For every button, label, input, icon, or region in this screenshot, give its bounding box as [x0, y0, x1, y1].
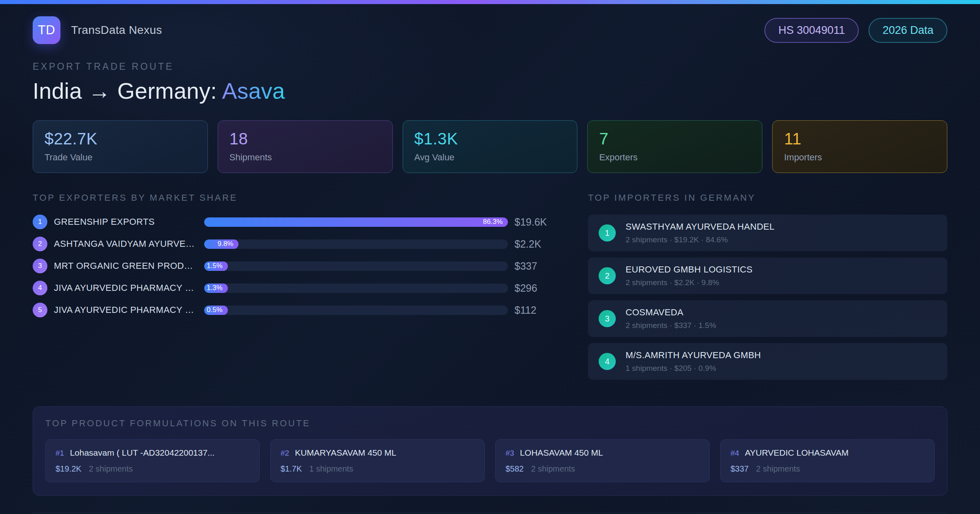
importer-name: SWASTHYAM AYURVEDA HANDEL	[626, 222, 775, 232]
importer-name: M/S.AMRITH AYURVEDA GMBH	[626, 350, 761, 361]
market-share-percent: 1.5%	[207, 262, 223, 270]
market-share-bar-fill: 9.8%	[204, 239, 238, 249]
main-columns: TOP EXPORTERS BY MARKET SHARE 1 GREENSHI…	[33, 193, 947, 386]
product-shipments: 2 shipments	[531, 464, 575, 474]
market-share-bar-track: 86.3%	[204, 217, 508, 227]
product-card: #4 AYURVEDIC LOHASAVAM $337 2 shipments	[720, 439, 935, 482]
stat-label: Exporters	[599, 152, 751, 163]
stat-label: Trade Value	[45, 152, 196, 163]
importers-section: TOP IMPORTERS IN GERMANY 1 SWASTHYAM AYU…	[588, 193, 947, 386]
importer-card: 3 COSMAVEDA 2 shipments · $337 · 1.5%	[588, 300, 947, 337]
product-name: KUMARYASAVAM 450 ML	[295, 448, 396, 458]
exporter-value: $112	[514, 304, 557, 316]
exporter-value: $19.6K	[514, 216, 557, 228]
importer-meta: 2 shipments · $19.2K · 84.6%	[626, 235, 775, 244]
rank-badge: 3	[33, 259, 47, 273]
product-grid: #1 Lohasavam ( LUT -AD32042200137... $19…	[45, 439, 935, 482]
exporters-heading: TOP EXPORTERS BY MARKET SHARE	[33, 193, 557, 203]
products-heading: TOP PRODUCT FORMULATIONS ON THIS ROUTE	[45, 418, 935, 429]
product-value: $19.2K	[56, 464, 81, 474]
stat-label: Avg Value	[414, 152, 566, 163]
market-share-percent: 86.3%	[483, 218, 503, 226]
stat-value: 11	[784, 130, 935, 148]
product-name: Lohasavam ( LUT -AD32042200137...	[70, 448, 215, 458]
product-shipments: 2 shipments	[756, 464, 800, 474]
importer-meta: 2 shipments · $337 · 1.5%	[626, 321, 716, 330]
stat-card-exporters: 7 Exporters	[587, 120, 762, 173]
exporter-value: $337	[514, 260, 557, 272]
exporter-row: 4 JIVA AYURVEDIC PHARMACY LI... 1.3% $29…	[33, 281, 557, 295]
importer-meta: 1 shipments · $205 · 0.9%	[626, 364, 761, 373]
market-share-percent: 1.3%	[207, 284, 223, 292]
header: TD TransData Nexus HS 30049011 2026 Data	[33, 16, 947, 44]
rank-badge: 3	[599, 310, 616, 327]
stat-value: $1.3K	[414, 130, 566, 148]
importer-name: EUROVED GMBH LOGISTICS	[626, 264, 753, 275]
exporter-name: JIVA AYURVEDIC PHARMACY LI...	[54, 283, 198, 293]
stat-value: $22.7K	[45, 130, 196, 148]
market-share-bar-track: 1.3%	[204, 284, 508, 293]
exporter-row: 5 JIVA AYURVEDIC PHARMACY LI... 0.5% $11…	[33, 303, 557, 317]
product-title: #1 Lohasavam ( LUT -AD32042200137...	[56, 448, 249, 458]
product-title: #4 AYURVEDIC LOHASAVAM	[731, 448, 924, 458]
product-rank: #2	[281, 449, 289, 458]
exporter-name: MRT ORGANIC GREEN PRODUCTS	[54, 261, 198, 271]
importer-card: 1 SWASTHYAM AYURVEDA HANDEL 2 shipments …	[588, 215, 947, 251]
product-value: $582	[506, 464, 524, 474]
stat-card-shipments: 18 Shipments	[218, 120, 393, 173]
market-share-bar-fill: 1.3%	[204, 284, 228, 293]
brand-logo: TD	[33, 16, 60, 44]
page-title-route: India → Germany:	[33, 78, 222, 104]
product-card: #1 Lohasavam ( LUT -AD32042200137... $19…	[45, 439, 260, 482]
eyebrow-label: EXPORT TRADE ROUTE	[33, 61, 947, 72]
market-share-bar-fill: 1.5%	[204, 261, 228, 271]
product-card: #2 KUMARYASAVAM 450 ML $1.7K 1 shipments	[270, 439, 485, 482]
hs-code-badge[interactable]: HS 30049011	[764, 18, 859, 43]
market-share-bar-track: 0.5%	[204, 306, 508, 315]
exporter-row: 2 ASHTANGA VAIDYAM AYURVEDICS 9.8% $2.2K	[33, 237, 557, 251]
rank-badge: 1	[599, 224, 616, 241]
rank-badge: 4	[33, 281, 47, 295]
rank-badge: 2	[599, 267, 616, 284]
stat-value: 18	[229, 130, 381, 148]
importer-card: 2 EUROVED GMBH LOGISTICS 2 shipments · $…	[588, 257, 947, 294]
rank-badge: 2	[33, 237, 47, 251]
product-value: $1.7K	[281, 464, 302, 474]
product-stats: $19.2K 2 shipments	[56, 464, 249, 474]
importer-meta: 2 shipments · $2.2K · 9.8%	[626, 278, 753, 287]
page-container: TD TransData Nexus HS 30049011 2026 Data…	[0, 16, 980, 514]
product-name: AYURVEDIC LOHASAVAM	[745, 448, 849, 458]
brand-group: TD TransData Nexus	[33, 16, 162, 44]
stat-value: 7	[599, 130, 751, 148]
importer-card: 4 M/S.AMRITH AYURVEDA GMBH 1 shipments ·…	[588, 343, 947, 380]
importer-name: COSMAVEDA	[626, 307, 716, 318]
exporter-value: $2.2K	[514, 238, 557, 250]
market-share-bar-fill: 86.3%	[204, 217, 508, 227]
header-badges: HS 30049011 2026 Data	[764, 18, 947, 43]
rank-badge: 5	[33, 303, 47, 317]
market-share-bar-fill: 0.5%	[204, 306, 228, 315]
market-share-bar-track: 9.8%	[204, 239, 508, 249]
product-title: #2 KUMARYASAVAM 450 ML	[281, 448, 474, 458]
product-shipments: 1 shipments	[309, 464, 353, 474]
brand-name: TransData Nexus	[71, 24, 162, 37]
stat-card-importers: 11 Importers	[772, 120, 947, 173]
product-rank: #1	[56, 449, 64, 458]
product-value: $337	[731, 464, 749, 474]
exporter-name: JIVA AYURVEDIC PHARMACY LI...	[54, 305, 198, 315]
product-name: LOHASAVAM 450 ML	[520, 448, 603, 458]
products-panel: TOP PRODUCT FORMULATIONS ON THIS ROUTE #…	[33, 406, 947, 496]
top-accent-bar	[0, 0, 980, 4]
stat-card-trade-value: $22.7K Trade Value	[33, 120, 208, 173]
exporter-name: GREENSHIP EXPORTS	[54, 217, 198, 227]
data-year-badge[interactable]: 2026 Data	[869, 18, 947, 43]
product-stats: $337 2 shipments	[731, 464, 924, 474]
product-shipments: 2 shipments	[89, 464, 133, 474]
product-rank: #3	[506, 449, 514, 458]
market-share-percent: 9.8%	[218, 240, 234, 248]
rank-badge: 1	[33, 215, 47, 229]
exporter-row: 1 GREENSHIP EXPORTS 86.3% $19.6K	[33, 215, 557, 229]
product-card: #3 LOHASAVAM 450 ML $582 2 shipments	[495, 439, 710, 482]
stat-label: Importers	[784, 152, 935, 163]
market-share-bar-track: 1.5%	[204, 261, 508, 271]
